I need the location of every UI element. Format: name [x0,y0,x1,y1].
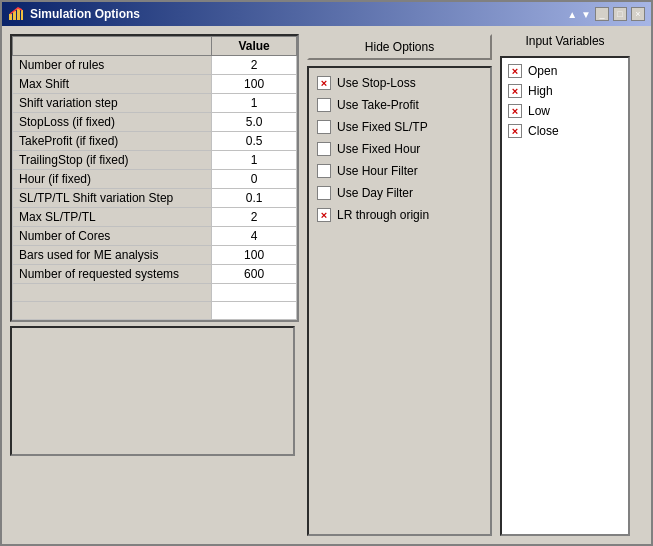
checkbox-indicator[interactable]: × [317,76,331,90]
checkbox-row[interactable]: ×LR through origin [317,208,482,222]
table-row: Hour (if fixed) 0 [13,170,297,189]
table-row: Number of requested systems 600 [13,265,297,284]
checkbox-indicator[interactable] [317,98,331,112]
window-title: Simulation Options [30,7,140,21]
checkbox-label: Use Fixed Hour [337,142,420,156]
input-variables-box: ×Open×High×Low×Close [500,56,630,536]
checkbox-label: Use Day Filter [337,186,413,200]
maximize-button[interactable]: □ [613,7,627,21]
row-value[interactable]: 2 [212,56,297,75]
options-box: ×Use Stop-LossUse Take-ProfitUse Fixed S… [307,66,492,536]
checkbox-label: LR through origin [337,208,429,222]
checkbox-label: Use Fixed SL/TP [337,120,428,134]
checkbox-row[interactable]: Use Fixed Hour [317,142,482,156]
var-row[interactable]: ×Open [508,64,622,78]
checkbox-row[interactable]: ×Use Stop-Loss [317,76,482,90]
empty-value [212,302,297,320]
row-value[interactable]: 100 [212,246,297,265]
up-arrow: ▲ [567,9,577,20]
var-label: Open [528,64,557,78]
checkbox-indicator[interactable] [317,120,331,134]
row-value[interactable]: 1 [212,94,297,113]
row-label: SL/TP/TL Shift variation Step [13,189,212,208]
checkbox-label: Use Take-Profit [337,98,419,112]
right-panel: Input Variables ×Open×High×Low×Close [500,34,630,536]
table-row: Number of Cores 4 [13,227,297,246]
var-label: Close [528,124,559,138]
table-row: Bars used for ME analysis 100 [13,246,297,265]
left-panel: Value Number of rules 2 Max Shift 100 Sh… [10,34,299,536]
row-value[interactable]: 600 [212,265,297,284]
row-value[interactable]: 0.1 [212,189,297,208]
bottom-empty-area [10,326,295,456]
main-window: Simulation Options ▲ ▼ _ □ × Value [0,0,653,546]
row-label: TakeProfit (if fixed) [13,132,212,151]
hide-options-button[interactable]: Hide Options [307,34,492,60]
label-col-header [13,37,212,56]
app-icon [8,6,24,22]
value-col-header: Value [212,37,297,56]
empty-value [212,284,297,302]
down-arrow: ▼ [581,9,591,20]
row-label: Max Shift [13,75,212,94]
var-row[interactable]: ×High [508,84,622,98]
row-value[interactable]: 0 [212,170,297,189]
checkbox-indicator[interactable]: × [317,208,331,222]
row-value[interactable]: 4 [212,227,297,246]
var-checkbox[interactable]: × [508,84,522,98]
table-row: TakeProfit (if fixed) 0.5 [13,132,297,151]
var-row[interactable]: ×Low [508,104,622,118]
var-row[interactable]: ×Close [508,124,622,138]
checkbox-label: Use Hour Filter [337,164,418,178]
checkbox-row[interactable]: Use Day Filter [317,186,482,200]
table-container: Value Number of rules 2 Max Shift 100 Sh… [10,34,299,322]
svg-rect-3 [21,10,23,20]
var-label: High [528,84,553,98]
empty-label [13,284,212,302]
row-label: StopLoss (if fixed) [13,113,212,132]
svg-rect-2 [17,8,20,20]
table-row: Shift variation step 1 [13,94,297,113]
table-row-empty [13,302,297,320]
checkbox-indicator[interactable] [317,164,331,178]
options-table: Value Number of rules 2 Max Shift 100 Sh… [12,36,297,320]
table-row: SL/TP/TL Shift variation Step 0.1 [13,189,297,208]
table-row: Max SL/TP/TL 2 [13,208,297,227]
table-row: StopLoss (if fixed) 5.0 [13,113,297,132]
row-value[interactable]: 5.0 [212,113,297,132]
close-button[interactable]: × [631,7,645,21]
checkbox-label: Use Stop-Loss [337,76,416,90]
table-row: Max Shift 100 [13,75,297,94]
row-label: Bars used for ME analysis [13,246,212,265]
row-value[interactable]: 1 [212,151,297,170]
middle-panel: Hide Options ×Use Stop-LossUse Take-Prof… [307,34,492,536]
table-row: TrailingStop (if fixed) 1 [13,151,297,170]
row-label: Hour (if fixed) [13,170,212,189]
row-value[interactable]: 100 [212,75,297,94]
row-value[interactable]: 2 [212,208,297,227]
input-variables-title: Input Variables [500,34,630,48]
var-checkbox[interactable]: × [508,64,522,78]
checkbox-row[interactable]: Use Hour Filter [317,164,482,178]
row-label: Shift variation step [13,94,212,113]
checkbox-indicator[interactable] [317,142,331,156]
checkbox-indicator[interactable] [317,186,331,200]
title-bar: Simulation Options ▲ ▼ _ □ × [2,2,651,26]
var-label: Low [528,104,550,118]
empty-label [13,302,212,320]
checkbox-row[interactable]: Use Fixed SL/TP [317,120,482,134]
table-row-empty [13,284,297,302]
svg-rect-1 [13,11,16,20]
var-checkbox[interactable]: × [508,104,522,118]
row-label: Number of rules [13,56,212,75]
svg-rect-0 [9,14,12,20]
row-label: Number of requested systems [13,265,212,284]
checkbox-row[interactable]: Use Take-Profit [317,98,482,112]
row-label: Number of Cores [13,227,212,246]
title-bar-left: Simulation Options [8,6,140,22]
table-row: Number of rules 2 [13,56,297,75]
minimize-button[interactable]: _ [595,7,609,21]
var-checkbox[interactable]: × [508,124,522,138]
row-label: Max SL/TP/TL [13,208,212,227]
row-value[interactable]: 0.5 [212,132,297,151]
